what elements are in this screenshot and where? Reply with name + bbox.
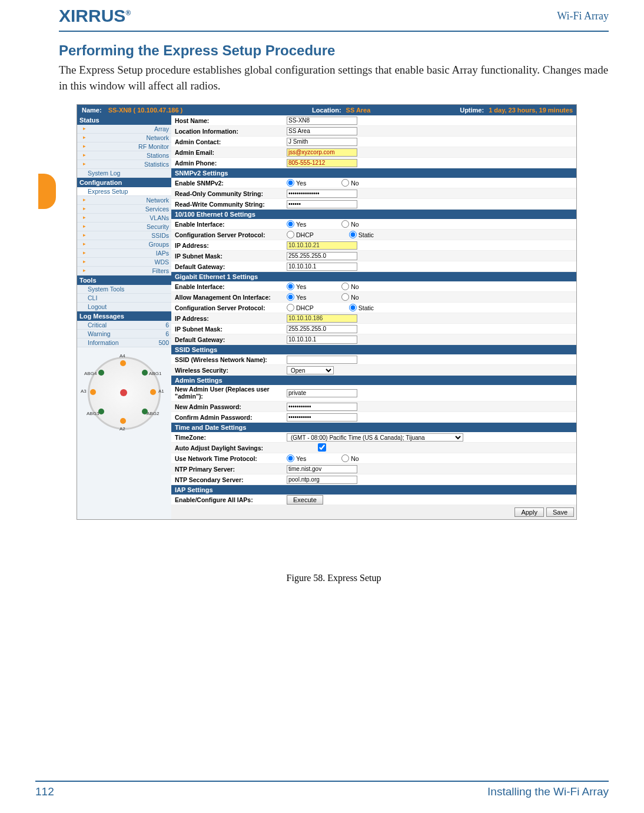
sidebar-item-statistics[interactable]: Statistics (77, 160, 171, 169)
sidebar-item-logout[interactable]: Logout (77, 303, 171, 311)
snmp-ro-input[interactable] (287, 190, 357, 198)
ntp-yes-radio[interactable] (287, 454, 294, 462)
sidebar-item-vlans[interactable]: VLANs (77, 214, 171, 223)
eth0-enable-no[interactable] (341, 220, 349, 228)
execute-button[interactable]: Execute (287, 495, 323, 505)
sidebar-item-express-setup[interactable]: Express Setup (77, 187, 171, 196)
sidebar-item-security[interactable]: Security (77, 223, 171, 231)
sidebar-item-services[interactable]: Services (77, 205, 171, 214)
time-section-header: Time and Date Settings (171, 423, 576, 432)
admin-contact-input[interactable] (287, 138, 357, 146)
sidebar-item-stations[interactable]: Stations (77, 151, 171, 160)
gig1-mgmt-no[interactable] (341, 293, 349, 301)
gig1-enable-yes[interactable] (287, 283, 294, 290)
sidebar-status-header: Status (77, 115, 171, 125)
admin-phone-input[interactable] (287, 159, 357, 167)
eth0-static-radio[interactable] (349, 231, 357, 238)
snmp-section-header: SNMPv2 Settings (171, 168, 576, 178)
section-title: Performing the Express Setup Procedure (59, 42, 609, 59)
gig1-mask-input[interactable] (287, 325, 357, 333)
timezone-select[interactable]: (GMT - 08:00) Pacific Time (US & Canada)… (287, 433, 463, 442)
sidebar-item-wds[interactable]: WDS (77, 258, 171, 267)
header-rule (59, 31, 609, 32)
radio-diagram: A4 ABG4 ABG1 A3 A1 ABG3 ABG2 A2 (83, 352, 165, 434)
ntp-primary-input[interactable] (287, 465, 357, 473)
gig1-ip-input[interactable] (287, 314, 357, 323)
sidebar-item-warning[interactable]: Warning6 (77, 330, 171, 339)
page-number: 112 (35, 785, 54, 798)
admin-pass-input[interactable] (287, 403, 357, 411)
gig1-gw-input[interactable] (287, 336, 357, 344)
sidebar-item-cfg-network[interactable]: Network (77, 196, 171, 205)
sidebar-tools-header: Tools (77, 276, 171, 285)
sidebar-item-rf-monitor[interactable]: RF Monitor (77, 142, 171, 151)
body-text: The Express Setup procedure establishes … (59, 62, 609, 94)
sidebar-item-iaps[interactable]: IAPs (77, 249, 171, 258)
gig1-mgmt-yes[interactable] (287, 293, 294, 301)
iap-section-header: IAP Settings (171, 485, 576, 495)
sidebar-item-cli[interactable]: CLI (77, 294, 171, 303)
eth0-mask-input[interactable] (287, 252, 357, 260)
admin-section-header: Admin Settings (171, 376, 576, 385)
sidebar-item-information[interactable]: Information500 (77, 339, 171, 347)
sidebar-item-ssids[interactable]: SSIDs (77, 231, 171, 240)
gig1-dhcp-radio[interactable] (287, 304, 294, 311)
eth0-section-header: 10/100 Ethernet 0 Settings (171, 210, 576, 219)
logo: XIRRUS® (59, 6, 131, 26)
gig1-static-radio[interactable] (349, 304, 357, 311)
figure-caption: Figure 58. Express Setup (59, 573, 609, 583)
gig1-enable-no[interactable] (341, 283, 349, 290)
snmp-rw-input[interactable] (287, 200, 357, 208)
sidebar-item-filters[interactable]: Filters (77, 267, 171, 276)
host-name-input[interactable] (287, 117, 357, 125)
sidebar-item-system-tools[interactable]: System Tools (77, 285, 171, 294)
gig1-section-header: Gigabit Ethernet 1 Settings (171, 272, 576, 281)
snmp-yes-radio[interactable] (287, 179, 294, 187)
sidebar-item-critical[interactable]: Critical6 (77, 321, 171, 330)
eth0-enable-yes[interactable] (287, 220, 294, 228)
save-button[interactable]: Save (546, 507, 574, 517)
wireless-security-select[interactable]: Open (287, 366, 334, 374)
eth0-ip-input[interactable] (287, 241, 357, 250)
sidebar-item-network[interactable]: Network (77, 134, 171, 142)
ssid-name-input[interactable] (287, 356, 357, 364)
sidebar-config-header: Configuration (77, 178, 171, 187)
ntp-no-radio[interactable] (341, 454, 349, 462)
admin-email-input[interactable] (287, 148, 357, 157)
sidebar-item-array[interactable]: Array (77, 125, 171, 134)
doc-title: Wi-Fi Array (557, 10, 609, 22)
sidebar-item-system-log[interactable]: System Log (77, 169, 171, 178)
admin-user-input[interactable] (287, 389, 357, 397)
ntp-secondary-input[interactable] (287, 476, 357, 484)
snmp-no-radio[interactable] (341, 179, 349, 187)
ssid-section-header: SSID Settings (171, 345, 576, 354)
footer-title: Installing the Wi-Fi Array (487, 785, 609, 798)
eth0-dhcp-radio[interactable] (287, 231, 294, 238)
apply-button[interactable]: Apply (514, 507, 544, 517)
sidebar-log-header: Log Messages (77, 311, 171, 321)
sidebar: Status Array Network RF Monitor Stations… (77, 115, 171, 519)
express-setup-screenshot: Name: SS-XN8 ( 10.100.47.186 ) Location:… (77, 104, 577, 520)
eth0-gw-input[interactable] (287, 263, 357, 271)
admin-confirm-input[interactable] (287, 413, 357, 422)
section-tab (38, 174, 56, 209)
main-form: Host Name: Location Information: Admin C… (171, 115, 576, 519)
location-input[interactable] (287, 127, 357, 135)
topbar: Name: SS-XN8 ( 10.100.47.186 ) Location:… (77, 105, 576, 115)
footer: 112 Installing the Wi-Fi Array (35, 781, 609, 798)
dst-checkbox[interactable] (287, 443, 357, 452)
sidebar-item-groups[interactable]: Groups (77, 240, 171, 249)
